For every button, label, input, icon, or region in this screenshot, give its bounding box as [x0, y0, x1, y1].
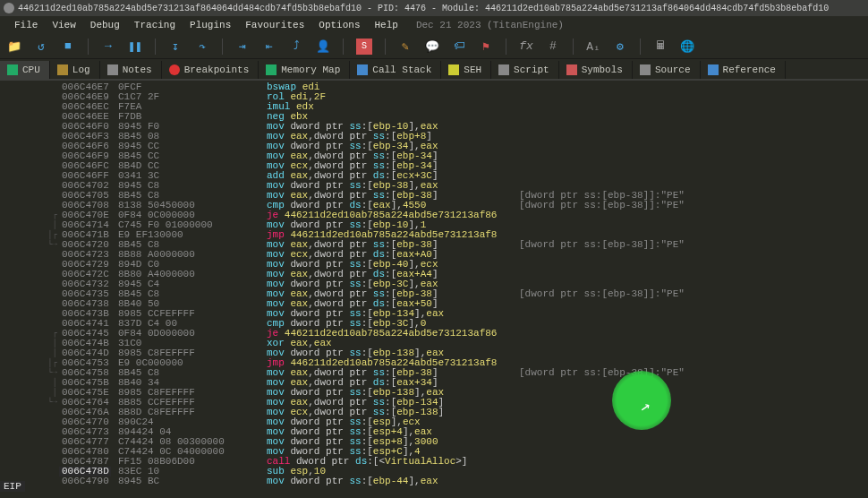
menu-file[interactable]: File — [7, 20, 45, 30]
menu-tracing[interactable]: Tracing — [127, 20, 183, 30]
run-to-ret-icon[interactable]: ⤴ — [289, 39, 303, 54]
menu-options[interactable]: Options — [311, 20, 367, 30]
tab-symbols[interactable]: Symbols — [559, 61, 633, 79]
step-over-icon[interactable]: ↷ — [195, 39, 209, 54]
menu-help[interactable]: Help — [368, 20, 405, 30]
menu-plugins[interactable]: Plugins — [183, 20, 238, 30]
run-to-user-icon[interactable]: 👤 — [316, 39, 330, 54]
open-folder-icon[interactable]: 📁 — [7, 39, 21, 54]
window-title: 446211d2ed10ab785a224abd5e731213af864064… — [18, 4, 829, 13]
run-icon[interactable]: → — [101, 39, 115, 54]
tab-seh[interactable]: SEH — [441, 61, 491, 79]
tab-memory-map[interactable]: Memory Map — [259, 61, 350, 79]
trace-over-icon[interactable]: ⇤ — [262, 39, 277, 54]
build-date: Dec 21 2023 (TitanEngine) — [405, 20, 571, 30]
menubar: File View Debug Tracing Plugins Favourit… — [0, 16, 868, 34]
breakpoint-icon — [169, 64, 180, 75]
tab-call-stack[interactable]: Call Stack — [350, 61, 441, 79]
tab-notes[interactable]: Notes — [100, 61, 162, 79]
restart-icon[interactable]: ↺ — [34, 39, 48, 54]
app-icon — [4, 3, 14, 13]
bookmark-icon[interactable]: ⚑ — [479, 39, 493, 54]
eip-label: EIP — [0, 481, 25, 492]
globe-icon[interactable]: 🌐 — [680, 39, 694, 54]
log-icon — [57, 64, 68, 75]
callstack-icon — [357, 64, 368, 75]
ref-icon — [708, 64, 719, 75]
step-into-icon[interactable]: ↧ — [168, 39, 183, 54]
tab-references[interactable]: Reference — [701, 61, 786, 79]
settings-icon[interactable]: ⚙ — [613, 39, 627, 54]
font-icon[interactable]: Aᵢ — [586, 39, 600, 54]
source-icon — [640, 64, 651, 75]
tab-cpu[interactable]: CPU — [0, 61, 50, 79]
scylla-icon[interactable]: S — [356, 39, 372, 55]
calculator-icon[interactable]: 🖩 — [653, 39, 668, 54]
comment-icon[interactable]: 💬 — [425, 39, 439, 54]
symbols-icon — [566, 64, 577, 75]
hash-icon[interactable]: # — [546, 39, 560, 54]
cpu-icon — [7, 64, 18, 75]
trace-into-icon[interactable]: ⇥ — [235, 39, 250, 54]
label-icon[interactable]: 🏷 — [452, 39, 466, 54]
seh-icon — [448, 64, 459, 75]
fx-icon[interactable]: fx — [519, 39, 533, 54]
disasm-row[interactable]: 006C47908945 BCmov dword ptr ss:[ebp-44]… — [0, 477, 868, 486]
disassembly-view[interactable]: 006C46E70FCFbswap edi006C46E9C1C7 2Frol … — [0, 81, 868, 486]
menu-favourites[interactable]: Favourites — [238, 20, 311, 30]
menu-view[interactable]: View — [45, 20, 82, 30]
script-icon — [498, 64, 509, 75]
toolbar: 📁 ↺ ■ → ❚❚ ↧ ↷ ⇥ ⇤ ⤴ 👤 S ✎ 💬 🏷 ⚑ fx # Aᵢ… — [0, 34, 868, 59]
tab-source[interactable]: Source — [633, 61, 701, 79]
titlebar: 446211d2ed10ab785a224abd5e731213af864064… — [0, 0, 868, 16]
tabs: CPU Log Notes Breakpoints Memory Map Cal… — [0, 59, 868, 81]
stop-icon[interactable]: ■ — [61, 39, 75, 54]
notes-icon — [107, 64, 118, 75]
memmap-icon — [266, 64, 277, 75]
tab-script[interactable]: Script — [491, 61, 559, 79]
menu-debug[interactable]: Debug — [83, 20, 127, 30]
tab-log[interactable]: Log — [50, 61, 100, 79]
pause-icon[interactable]: ❚❚ — [128, 39, 142, 54]
patch-icon[interactable]: ✎ — [398, 39, 413, 54]
tab-breakpoints[interactable]: Breakpoints — [162, 61, 260, 79]
